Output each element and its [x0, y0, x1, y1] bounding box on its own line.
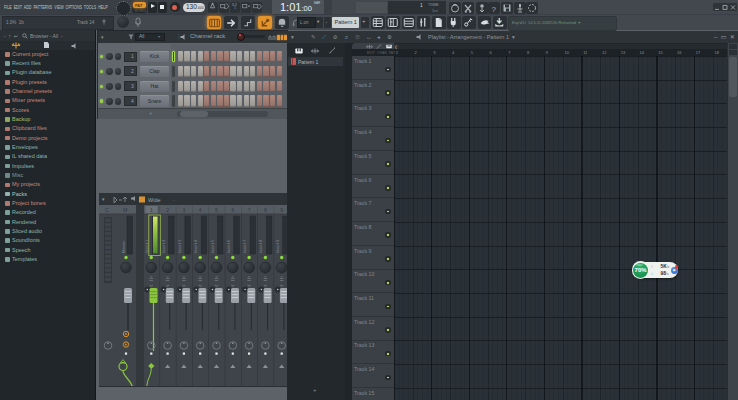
svg-text:?: ? [492, 4, 497, 13]
svg-text:Insert 6: Insert 6 [226, 239, 231, 253]
svg-text:M: M [123, 207, 127, 213]
svg-text:7: 7 [248, 207, 251, 213]
svg-text:9: 9 [280, 207, 283, 213]
svg-text:1: 1 [150, 207, 153, 213]
svg-text:Insert 9: Insert 9 [275, 239, 280, 253]
svg-text:6: 6 [231, 207, 234, 213]
svg-text:Insert 7: Insert 7 [242, 239, 247, 253]
svg-text:Insert 4: Insert 4 [193, 239, 198, 253]
svg-text:2: 2 [166, 207, 169, 213]
svg-text:8: 8 [264, 207, 267, 213]
svg-text:5: 5 [215, 207, 218, 213]
svg-text:Wide: Wide [148, 197, 161, 203]
svg-text:C: C [105, 207, 109, 213]
svg-text:Insert 2: Insert 2 [161, 239, 166, 253]
svg-text:Insert 5: Insert 5 [210, 239, 215, 253]
svg-text:Insert 8: Insert 8 [258, 239, 263, 253]
svg-text:3: 3 [183, 207, 186, 213]
svg-text:-: - [173, 197, 175, 203]
svg-text:Insert 3: Insert 3 [177, 239, 182, 253]
svg-text:4: 4 [199, 207, 202, 213]
svg-text:Master: Master [121, 240, 126, 253]
